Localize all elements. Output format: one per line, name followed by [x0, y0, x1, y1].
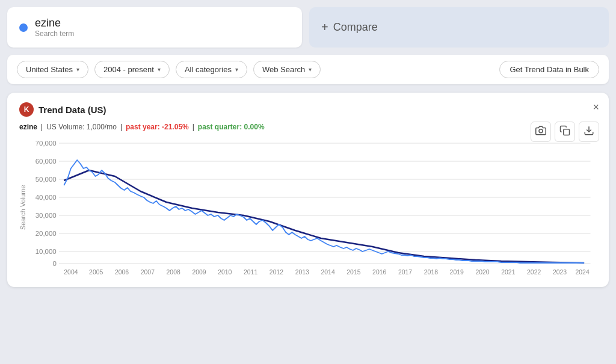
filter-bar: United States ▾ 2004 - present ▾ All cat… — [7, 55, 609, 84]
compare-plus-icon: + — [321, 20, 328, 34]
location-chevron-icon: ▾ — [76, 66, 79, 73]
svg-text:2015: 2015 — [346, 269, 361, 276]
chart-wrapper: Search Volume 70,000 60,000 50,000 40,00… — [19, 137, 597, 277]
svg-text:2020: 2020 — [475, 269, 490, 276]
meta-separator3: | — [192, 123, 194, 131]
date-filter[interactable]: 2004 - present ▾ — [94, 61, 170, 78]
date-chevron-icon: ▾ — [158, 66, 161, 73]
svg-text:2005: 2005 — [89, 269, 103, 276]
svg-text:20,000: 20,000 — [35, 230, 57, 237]
chart-content: 70,000 60,000 50,000 40,000 30,000 20,00… — [31, 137, 597, 277]
search-type-chevron-icon: ▾ — [309, 66, 312, 73]
svg-text:2012: 2012 — [270, 269, 284, 276]
svg-text:2022: 2022 — [527, 269, 541, 276]
search-type-label: Web Search — [262, 65, 305, 74]
svg-text:2014: 2014 — [321, 269, 335, 276]
category-label: All categories — [185, 65, 232, 74]
svg-text:2011: 2011 — [244, 269, 258, 276]
meta-separator1: | — [41, 123, 43, 131]
bulk-trend-button[interactable]: Get Trend Data in Bulk — [499, 61, 599, 78]
meta-past-quarter: past quarter: 0.00% — [198, 123, 265, 131]
compare-box[interactable]: + Compare — [309, 7, 609, 48]
search-term-text: ezine — [35, 17, 74, 29]
search-dot-icon — [19, 23, 28, 32]
meta-separator2: | — [120, 123, 122, 131]
svg-point-0 — [539, 129, 543, 133]
svg-text:40,000: 40,000 — [35, 194, 57, 201]
svg-text:2021: 2021 — [501, 269, 516, 276]
copy-icon — [559, 125, 570, 138]
category-chevron-icon: ▾ — [235, 66, 238, 73]
meta-volume: US Volume: 1,000/mo — [46, 123, 117, 131]
search-term-label: Search term — [35, 29, 74, 38]
k-logo-icon: K — [19, 102, 34, 117]
search-type-filter[interactable]: Web Search ▾ — [253, 61, 321, 78]
svg-text:50,000: 50,000 — [35, 176, 57, 183]
svg-text:2010: 2010 — [218, 269, 232, 276]
chart-card: K Trend Data (US) × ezine | US Volume: 1… — [7, 93, 609, 287]
svg-text:2013: 2013 — [295, 269, 310, 276]
svg-text:2006: 2006 — [115, 269, 129, 276]
svg-rect-1 — [564, 129, 570, 135]
svg-text:2004: 2004 — [64, 269, 78, 276]
close-button[interactable]: × — [593, 101, 599, 114]
category-filter[interactable]: All categories ▾ — [176, 61, 247, 78]
chart-meta: ezine | US Volume: 1,000/mo | past year:… — [19, 123, 597, 131]
location-filter[interactable]: United States ▾ — [17, 61, 88, 78]
svg-text:2017: 2017 — [398, 269, 413, 276]
download-icon — [584, 125, 594, 138]
svg-text:60,000: 60,000 — [35, 158, 57, 165]
svg-text:2009: 2009 — [192, 269, 206, 276]
chart-svg: 70,000 60,000 50,000 40,000 30,000 20,00… — [31, 137, 597, 276]
location-label: United States — [26, 65, 73, 74]
compare-label: Compare — [333, 21, 378, 34]
svg-text:70,000: 70,000 — [35, 140, 57, 147]
date-label: 2004 - present — [103, 65, 154, 74]
svg-text:30,000: 30,000 — [35, 212, 57, 219]
camera-icon — [535, 125, 546, 138]
svg-text:2016: 2016 — [372, 269, 387, 276]
svg-text:2023: 2023 — [553, 269, 567, 276]
svg-text:2024: 2024 — [575, 269, 590, 276]
svg-text:2007: 2007 — [141, 269, 155, 276]
y-axis-label: Search Volume — [19, 137, 31, 277]
meta-keyword: ezine — [19, 123, 37, 131]
svg-text:2008: 2008 — [167, 269, 181, 276]
top-area: ezine Search term + Compare — [7, 7, 609, 48]
svg-text:2019: 2019 — [450, 269, 464, 276]
search-box: ezine Search term — [7, 7, 302, 48]
meta-past-year: past year: -21.05% — [126, 123, 189, 131]
svg-text:0: 0 — [52, 260, 56, 267]
svg-text:2018: 2018 — [424, 269, 439, 276]
chart-header: K Trend Data (US) — [19, 102, 597, 117]
chart-title: Trend Data (US) — [38, 105, 106, 115]
svg-text:10,000: 10,000 — [35, 248, 57, 255]
